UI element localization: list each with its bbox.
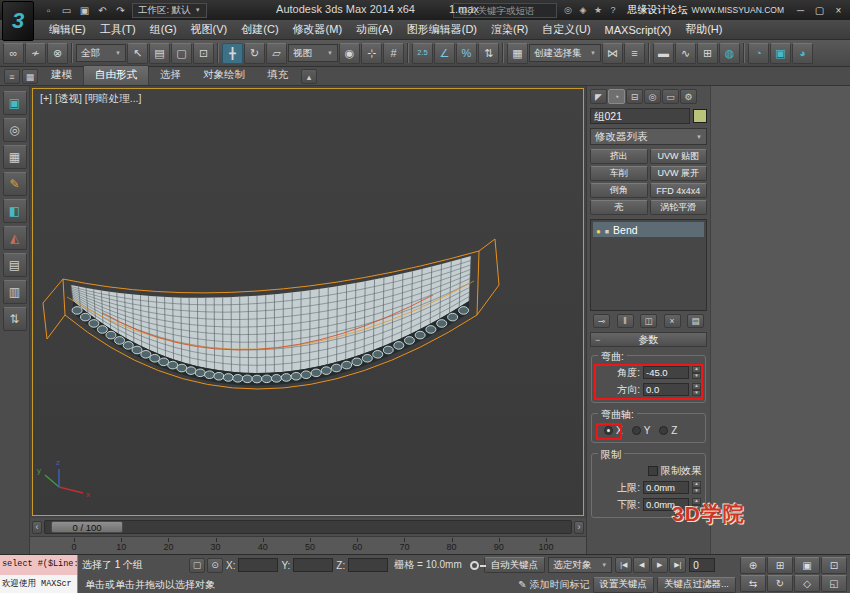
set-key-button[interactable]: 设置关键点 — [593, 577, 655, 593]
menu-maxscript[interactable]: MAXScript(X) — [598, 20, 679, 39]
spinner-snap-icon[interactable]: ⇅ — [478, 43, 499, 64]
time-slider-handle[interactable]: 0 / 100 — [51, 521, 123, 533]
modifier-turbosmooth-button[interactable]: 涡轮平滑 — [650, 200, 708, 215]
menu-edit[interactable]: 编辑(E) — [42, 20, 93, 39]
modifier-enable-icon[interactable] — [596, 224, 601, 236]
menu-tools[interactable]: 工具(T) — [93, 20, 143, 39]
tab-create[interactable]: ◤ — [590, 89, 607, 104]
schematic-view-icon[interactable]: ⊞ — [697, 43, 718, 64]
window-crossing-icon[interactable]: ⊡ — [193, 43, 214, 64]
menu-views[interactable]: 视图(V) — [184, 20, 235, 39]
snaps-toggle-icon[interactable]: 2.5 — [412, 43, 433, 64]
tab-hierarchy[interactable]: ⊟ — [626, 89, 643, 104]
set-key-mode-icon[interactable] — [470, 561, 479, 570]
ribbon-panel-icon[interactable]: ▦ — [22, 69, 38, 84]
coord-field-y[interactable] — [293, 558, 333, 572]
menu-group[interactable]: 组(G) — [143, 20, 184, 39]
selection-region-icon[interactable]: ▢ — [171, 43, 192, 64]
object-name-field[interactable]: 组021 — [590, 108, 690, 124]
bind-to-space-warp-icon[interactable]: ⊗ — [47, 43, 68, 64]
modifier-shell-button[interactable]: 壳 — [590, 200, 648, 215]
perspective-viewport[interactable]: xyz [+] [透视] [明暗处理...] — [32, 88, 584, 516]
tab-modeling[interactable]: 建模 — [40, 66, 83, 85]
coord-field-z[interactable] — [348, 558, 388, 572]
angle-spinner[interactable]: ▲▼ — [692, 366, 701, 379]
time-slider-right-arrow[interactable]: › — [574, 521, 584, 534]
help-icon[interactable]: ? — [605, 3, 620, 18]
upper-limit-spinner[interactable]: ▲▼ — [692, 481, 701, 494]
close-button[interactable]: × — [829, 3, 848, 18]
rail-tool-icon-3[interactable]: ▦ — [3, 145, 27, 169]
save-file-button[interactable]: ▣ — [76, 2, 93, 18]
tab-freeform[interactable]: 自由形式 — [83, 65, 149, 85]
maxscript-macro-line[interactable]: select #($Line: — [0, 555, 78, 575]
viewport-menu-plus[interactable]: [+] — [40, 92, 52, 106]
modifier-bevel-button[interactable]: 倒角 — [590, 183, 648, 198]
mirror-icon[interactable]: ⋈ — [602, 43, 623, 64]
tab-populate[interactable]: 填充 — [256, 66, 299, 85]
max-logo-icon[interactable]: 3 — [2, 1, 34, 41]
menu-graph-editors[interactable]: 图形编辑器(D) — [400, 20, 484, 39]
rail-tool-icon-8[interactable]: ▥ — [3, 280, 27, 304]
time-slider-track[interactable]: 0 / 100 — [44, 520, 572, 534]
menu-create[interactable]: 创建(C) — [234, 20, 285, 39]
bend-axis-z-radio[interactable]: Z — [659, 425, 677, 436]
tab-modify[interactable]: ◔ — [608, 89, 625, 104]
direction-spinner[interactable]: ▲▼ — [692, 383, 701, 396]
stack-item-bend[interactable]: Bend — [593, 222, 704, 237]
direction-field[interactable]: 0.0 — [643, 383, 689, 396]
orbit-icon[interactable]: ↻ — [767, 575, 793, 592]
configure-modifier-sets-icon[interactable]: ▤ — [687, 314, 704, 328]
pan-icon[interactable]: ⇆ — [740, 575, 766, 592]
modifier-unwrap-uvw-button[interactable]: UVW 展开 — [650, 166, 708, 181]
tab-motion[interactable]: ◎ — [644, 89, 661, 104]
coord-field-x[interactable] — [238, 558, 278, 572]
tab-display[interactable]: ▭ — [662, 89, 679, 104]
render-setup-icon[interactable]: ◔ — [748, 43, 769, 64]
viewport-pov-label[interactable]: [透视] — [55, 92, 82, 106]
select-and-scale-icon[interactable]: ▱ — [266, 43, 287, 64]
bent-mesh-object[interactable]: xyz — [33, 89, 583, 515]
rail-tool-icon-7[interactable]: ▤ — [3, 253, 27, 277]
ribbon-menu-icon[interactable]: ≡ — [4, 69, 20, 84]
named-selection-sets-dropdown[interactable]: 创建选择集 — [529, 44, 601, 62]
play-button[interactable]: ▶ — [651, 557, 668, 573]
menu-help[interactable]: 帮助(H) — [678, 20, 729, 39]
search-input[interactable] — [453, 3, 557, 18]
select-and-rotate-icon[interactable]: ↻ — [244, 43, 265, 64]
select-and-manipulate-icon[interactable]: ⊹ — [361, 43, 382, 64]
selected-set-dropdown[interactable]: 选定对象 — [548, 557, 612, 573]
zoom-region-icon[interactable]: ⊡ — [821, 557, 847, 574]
search-icon[interactable]: ◎ — [560, 3, 575, 18]
rail-tool-icon-1[interactable]: ▣ — [3, 91, 27, 115]
make-unique-icon[interactable]: ◫ — [640, 314, 657, 328]
minimize-button[interactable]: ─ — [791, 3, 810, 18]
pin-stack-icon[interactable]: ⊸ — [593, 314, 610, 328]
undo-button[interactable]: ↶ — [94, 2, 111, 18]
angle-snap-icon[interactable]: ∠ — [434, 43, 455, 64]
modifier-ffd4-button[interactable]: FFD 4x4x4 — [650, 183, 708, 198]
viewport-shading-label[interactable]: [明暗处理...] — [85, 92, 142, 106]
zoom-all-icon[interactable]: ⊞ — [767, 557, 793, 574]
upper-limit-field[interactable]: 0.0mm — [643, 481, 689, 494]
current-frame-field[interactable]: 0 — [689, 558, 715, 572]
open-file-button[interactable]: ▭ — [58, 2, 75, 18]
maximize-viewport-icon[interactable]: ◱ — [821, 575, 847, 592]
tab-selection[interactable]: 选择 — [149, 66, 192, 85]
reference-coordinate-dropdown[interactable]: 视图 — [288, 44, 338, 62]
rollout-collapse-icon[interactable]: − — [595, 335, 600, 345]
zoom-extents-icon[interactable]: ▣ — [794, 557, 820, 574]
isolate-selection-icon[interactable]: ▢ — [189, 558, 205, 573]
maxscript-listener-line[interactable]: 欢迎使用 MAXScr — [0, 575, 78, 593]
new-file-button[interactable]: ▫ — [40, 2, 57, 18]
bend-axis-y-radio[interactable]: Y — [632, 425, 651, 436]
edit-named-sets-icon[interactable]: ▦ — [507, 43, 528, 64]
align-icon[interactable]: ≡ — [624, 43, 645, 64]
fov-icon[interactable]: ◇ — [794, 575, 820, 592]
menu-animation[interactable]: 动画(A) — [349, 20, 400, 39]
favorites-icon[interactable]: ★ — [590, 3, 605, 18]
parameters-rollout-header[interactable]: − 参数 — [590, 332, 707, 347]
redo-button[interactable]: ↷ — [112, 2, 129, 18]
object-color-swatch[interactable] — [693, 109, 707, 123]
communication-center-icon[interactable]: ◈ — [575, 3, 590, 18]
